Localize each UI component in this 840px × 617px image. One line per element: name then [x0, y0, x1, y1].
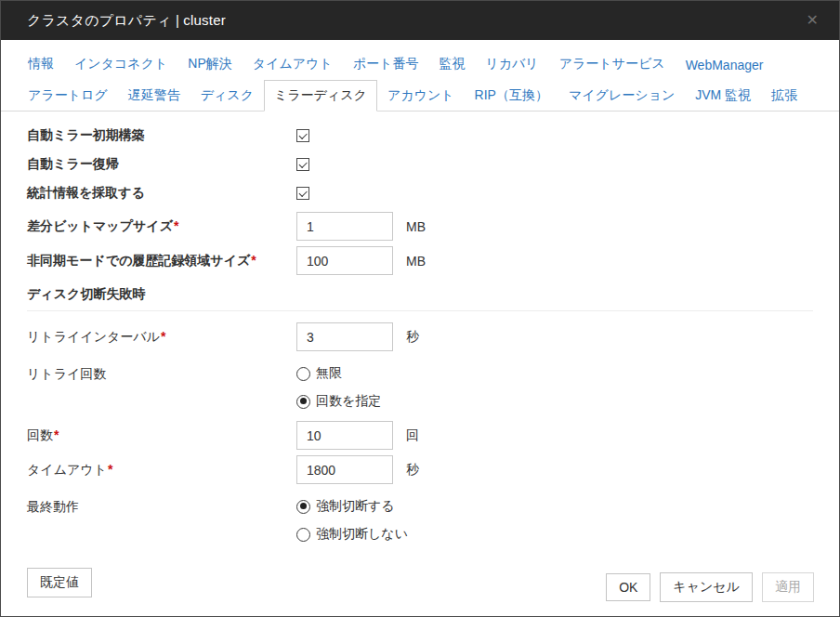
tab-recovery[interactable]: リカバリ [475, 48, 548, 79]
tab-jvm-monitor[interactable]: JVM 監視 [685, 80, 761, 111]
final-action-radio-group: 強制切断する 強制切断しない [296, 498, 408, 543]
tab-delay-warning[interactable]: 遅延警告 [118, 80, 190, 111]
async-history-size-label: 非同期モードでの履歴記録領域サイズ* [27, 253, 296, 269]
tab-timeout[interactable]: タイムアウト [243, 48, 343, 79]
tab-monitor[interactable]: 監視 [428, 48, 475, 79]
cancel-button[interactable]: キャンセル [660, 572, 753, 602]
default-button[interactable]: 既定値 [27, 568, 92, 597]
tab-np-resolution[interactable]: NP解決 [177, 48, 242, 79]
tab-info[interactable]: 情報 [18, 48, 64, 79]
force-disconnect-radio[interactable] [296, 500, 310, 514]
diff-bitmap-size-label: 差分ビットマップサイズ* [27, 218, 296, 235]
tab-alert-log[interactable]: アラートログ [18, 80, 118, 111]
retry-count-label: リトライ回数 [27, 365, 296, 383]
async-history-size-input[interactable] [296, 246, 393, 275]
final-action-option-force-disconnect[interactable]: 強制切断する [296, 498, 408, 515]
mirror-disk-panel: 自動ミラー初期構築 自動ミラー復帰 統計情報を採取する 差分ビットマップサイズ*… [1, 128, 839, 597]
timeout-label: タイムアウト* [27, 462, 296, 479]
set-count-radio-label: 回数を指定 [316, 393, 381, 410]
retry-interval-label: リトライインターバル* [27, 329, 296, 346]
force-disconnect-radio-label: 強制切断する [316, 498, 395, 515]
ok-button[interactable]: OK [606, 573, 650, 601]
tab-alert-service[interactable]: アラートサービス [549, 48, 676, 79]
section-divider [27, 310, 813, 311]
count-input[interactable] [296, 421, 393, 450]
row-async-history-size: 非同期モードでの履歴記録領域サイズ* MB [27, 246, 813, 275]
retry-interval-unit: 秒 [406, 329, 419, 346]
auto-mirror-setup-checkbox[interactable] [296, 129, 309, 142]
count-unit: 回 [406, 427, 419, 444]
async-history-size-label-text: 非同期モードでの履歴記録領域サイズ [27, 253, 250, 268]
count-label: 回数* [27, 427, 296, 444]
row-diff-bitmap-size: 差分ビットマップサイズ* MB [27, 212, 813, 241]
required-mark: * [108, 462, 112, 477]
auto-mirror-recovery-checkbox[interactable] [296, 158, 309, 171]
retry-count-radio-group: 無限 回数を指定 [296, 365, 381, 410]
collect-statistics-checkbox[interactable] [296, 187, 309, 200]
close-icon[interactable]: ✕ [807, 13, 819, 28]
timeout-input[interactable] [296, 455, 393, 484]
row-timeout: タイムアウト* 秒 [27, 455, 813, 484]
final-action-label: 最終動作 [27, 498, 296, 516]
auto-mirror-recovery-label: 自動ミラー復帰 [27, 156, 296, 173]
row-retry-interval: リトライインターバル* 秒 [27, 322, 813, 351]
row-collect-statistics: 統計情報を採取する [27, 186, 813, 201]
row-count: 回数* 回 [27, 421, 813, 450]
auto-mirror-setup-label: 自動ミラー初期構築 [27, 127, 296, 144]
required-mark: * [161, 329, 165, 344]
tab-rip-compat[interactable]: RIP（互換） [465, 80, 558, 111]
tab-port-number[interactable]: ポート番号 [343, 48, 429, 79]
required-mark: * [174, 218, 178, 233]
async-history-size-unit: MB [406, 254, 426, 269]
required-mark: * [251, 253, 256, 268]
set-count-radio[interactable] [296, 395, 310, 409]
row-final-action: 最終動作 強制切断する 強制切断しない [27, 498, 813, 543]
row-auto-mirror-recovery: 自動ミラー復帰 [27, 157, 813, 172]
final-action-option-no-force-disconnect[interactable]: 強制切断しない [296, 526, 408, 543]
unlimited-radio-label: 無限 [316, 365, 342, 382]
tab-account[interactable]: アカウント [377, 80, 465, 111]
retry-interval-input[interactable] [296, 322, 393, 351]
required-mark: * [54, 427, 59, 442]
timeout-label-text: タイムアウト [27, 462, 107, 477]
diff-bitmap-size-unit: MB [406, 219, 426, 234]
section-disk-disconnect-failure: ディスク切断失敗時 [27, 286, 813, 310]
retry-count-option-unlimited[interactable]: 無限 [296, 365, 381, 382]
apply-button[interactable]: 適用 [762, 572, 814, 602]
tab-mirror-disk[interactable]: ミラーディスク [264, 80, 377, 112]
cluster-properties-dialog: クラスタのプロパティ | cluster ✕ 情報 インタコネクト NP解決 タ… [0, 0, 840, 617]
tab-interconnect[interactable]: インタコネクト [64, 48, 177, 79]
row-retry-count-mode: リトライ回数 無限 回数を指定 [27, 365, 813, 410]
footer-buttons: OK キャンセル 適用 [606, 572, 814, 602]
retry-count-option-set-count[interactable]: 回数を指定 [296, 393, 381, 410]
tab-extension[interactable]: 拡張 [761, 80, 807, 111]
tab-disk[interactable]: ディスク [190, 80, 264, 111]
dialog-title: クラスタのプロパティ | cluster [27, 12, 226, 30]
tab-webmanager[interactable]: WebManager [676, 50, 774, 79]
tab-row-1: 情報 インタコネクト NP解決 タイムアウト ポート番号 監視 リカバリ アラー… [1, 48, 839, 79]
collect-statistics-label: 統計情報を採取する [27, 185, 296, 202]
retry-interval-label-text: リトライインターバル [27, 329, 160, 344]
row-auto-mirror-setup: 自動ミラー初期構築 [27, 128, 813, 143]
tab-migration[interactable]: マイグレーション [558, 80, 685, 111]
timeout-unit: 秒 [406, 462, 419, 479]
diff-bitmap-size-label-text: 差分ビットマップサイズ [27, 218, 173, 233]
tab-row-2: アラートログ 遅延警告 ディスク ミラーディスク アカウント RIP（互換） マ… [1, 80, 839, 112]
no-force-disconnect-radio[interactable] [296, 528, 310, 542]
title-bar: クラスタのプロパティ | cluster ✕ [1, 1, 839, 40]
unlimited-radio[interactable] [296, 367, 310, 381]
diff-bitmap-size-input[interactable] [296, 212, 393, 241]
no-force-disconnect-radio-label: 強制切断しない [316, 526, 408, 543]
count-label-text: 回数 [27, 427, 53, 442]
